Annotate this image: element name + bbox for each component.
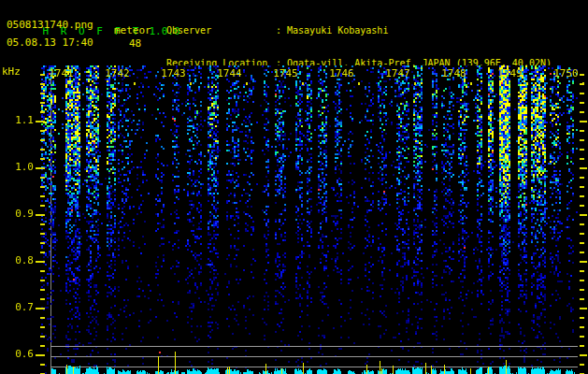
output-filename: 0508131740.png bbox=[7, 19, 93, 31]
info-label: Observer bbox=[166, 25, 276, 36]
spectrogram-canvas bbox=[0, 65, 588, 374]
info-row-observer: Observer:Masayuki Kobayashi bbox=[166, 25, 552, 36]
info-value: Masayuki Kobayashi bbox=[287, 25, 388, 36]
hrofft-window: H R O F F T1.0.0 0508131740.png meteor 0… bbox=[0, 0, 588, 374]
info-separator: : bbox=[276, 25, 281, 36]
echo-count: 48 bbox=[129, 37, 141, 50]
mode-label: meteor bbox=[114, 24, 151, 36]
datetime-label: 05.08.13 17:40 bbox=[7, 36, 93, 49]
